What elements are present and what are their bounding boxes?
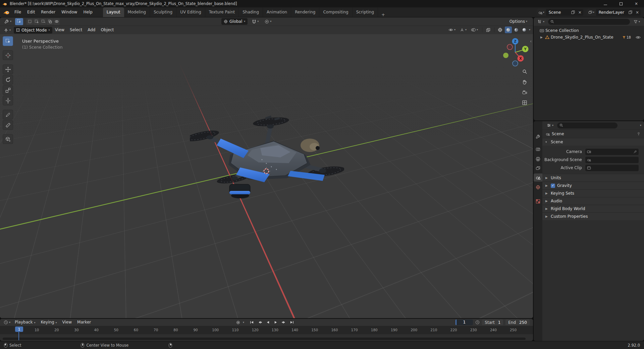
tab-modeling[interactable]: Modeling — [124, 7, 150, 17]
blender-logo-icon[interactable] — [3, 10, 10, 15]
tab-animation[interactable]: Animation — [263, 7, 291, 17]
pan-button[interactable] — [521, 78, 528, 86]
gravity-checkbox[interactable]: ✓ — [551, 184, 555, 188]
browse-render-layer-button[interactable]: ▾ — [587, 9, 596, 16]
tab-sculpting[interactable]: Sculpting — [150, 7, 176, 17]
tool-transform[interactable] — [3, 96, 13, 105]
next-keyframe-button[interactable] — [280, 319, 287, 325]
shading-material-button[interactable] — [513, 27, 520, 33]
tab-rendering[interactable]: Rendering — [291, 7, 319, 17]
xray-toggle[interactable] — [485, 27, 492, 33]
auto-keying-toggle[interactable] — [235, 319, 241, 325]
timeline-track[interactable] — [0, 334, 533, 341]
eyedropper-icon[interactable] — [633, 150, 637, 154]
select-mode-invert[interactable] — [47, 18, 53, 25]
jump-to-start-button[interactable] — [248, 319, 255, 325]
cursor-3d[interactable] — [262, 167, 270, 175]
gizmo-y-label[interactable]: Y — [524, 47, 527, 51]
transform-orientation-dropdown[interactable]: Global ▾ — [221, 18, 248, 25]
panel-keying-sets[interactable]: ▶ Keying Sets — [542, 189, 644, 197]
ortho-toggle-button[interactable] — [521, 99, 528, 106]
select-mode-new[interactable] — [26, 18, 33, 25]
panel-units[interactable]: ▶ Units — [542, 174, 644, 182]
render-layer-name[interactable]: RenderLayer — [596, 10, 627, 15]
expand-arrow-icon[interactable]: ▶ — [540, 36, 544, 39]
select-mode-subtract[interactable] — [40, 18, 46, 25]
sidebar-collapse-arrow[interactable]: ‹ — [530, 39, 532, 44]
remove-render-layer-button[interactable]: × — [634, 9, 641, 16]
tab-output-properties[interactable] — [534, 155, 542, 163]
maximize-button[interactable] — [613, 0, 629, 7]
tool-scale[interactable] — [3, 85, 13, 95]
end-frame-field[interactable]: End 250 — [505, 319, 530, 325]
gizmo-minus-y[interactable] — [503, 53, 508, 58]
shading-rendered-button[interactable] — [521, 27, 528, 33]
menu-render[interactable]: Render — [38, 7, 58, 17]
gizmos-dropdown[interactable]: ▾ — [458, 27, 468, 33]
minimize-button[interactable] — [598, 0, 613, 7]
menu-timeline-view[interactable]: View — [60, 319, 74, 326]
tool-rotate[interactable] — [3, 75, 13, 85]
play-reverse-button[interactable] — [264, 319, 271, 325]
add-workspace-button[interactable]: + — [378, 12, 388, 17]
jump-to-end-button[interactable] — [288, 319, 295, 325]
active-tool-select-box[interactable] — [15, 18, 23, 25]
start-frame-field[interactable]: Start 1 — [482, 319, 503, 325]
proportional-editing-toggle[interactable]: ▾ — [263, 18, 273, 25]
tab-world-properties[interactable] — [534, 183, 542, 191]
camera-view-button[interactable] — [521, 89, 528, 96]
hide-eye-icon[interactable] — [636, 36, 641, 39]
tab-texture-paint[interactable]: Texture Paint — [205, 7, 239, 17]
outliner-row-drone-object[interactable]: ▶ Drone_Skydio_2_Plus_On_State 18 — [534, 34, 644, 41]
tool-move[interactable] — [3, 64, 13, 74]
shading-dropdown[interactable]: ▾ — [529, 29, 530, 31]
outliner-search-input[interactable] — [548, 19, 630, 25]
navigation-gizmo[interactable]: Z Y X — [500, 36, 529, 67]
shading-solid-button[interactable] — [505, 27, 512, 33]
timeline-horizontal-scrollbar[interactable] — [3, 338, 526, 340]
browse-scene-button[interactable]: ▾ — [537, 9, 546, 16]
outliner-row-scene-collection[interactable]: Scene Collection — [534, 27, 644, 34]
tab-scene-properties[interactable] — [534, 173, 542, 182]
panel-audio[interactable]: ▶ Audio — [542, 197, 644, 205]
properties-options-dropdown[interactable]: ▾ — [640, 124, 641, 127]
options-dropdown[interactable]: Options ▾ — [508, 18, 529, 25]
tab-uv-editing[interactable]: UV Editing — [176, 7, 205, 17]
tool-cursor[interactable] — [3, 50, 13, 60]
panel-rigid-body-world[interactable]: ▶ Rigid Body World — [542, 205, 644, 212]
gizmo-minus-z[interactable] — [513, 61, 518, 66]
tab-scripting[interactable]: Scripting — [353, 7, 378, 17]
viewport-canvas[interactable]: User Perspective (1) Scene Collection — [0, 34, 533, 318]
tool-add-cube[interactable] — [3, 134, 13, 144]
preview-range-clock-icon[interactable] — [475, 320, 480, 325]
camera-field[interactable] — [585, 149, 639, 155]
unlink-scene-button[interactable]: × — [577, 9, 583, 16]
menu-add[interactable]: Add — [85, 26, 98, 34]
new-scene-button[interactable] — [570, 9, 577, 16]
current-frame-field[interactable]: 1 — [455, 319, 473, 325]
background-scene-field[interactable] — [585, 157, 639, 163]
select-mode-extend[interactable] — [33, 18, 40, 25]
panel-custom-properties[interactable]: ▶ Custom Properties — [542, 212, 644, 220]
tab-tool-properties[interactable] — [534, 133, 542, 141]
shading-wireframe-button[interactable] — [497, 27, 504, 33]
menu-window[interactable]: Window — [58, 7, 80, 17]
gizmo-x-label[interactable]: X — [519, 57, 522, 60]
playhead-marker[interactable]: 1 — [15, 327, 23, 332]
menu-edit[interactable]: Edit — [24, 7, 38, 17]
tab-shading[interactable]: Shading — [239, 7, 263, 17]
outliner-editor-type-dropdown[interactable]: ▾ — [536, 18, 546, 25]
scene-collection-label[interactable]: Scene Collection — [545, 28, 579, 33]
outliner-filter-dropdown[interactable]: ▾ — [632, 18, 642, 25]
menu-keying[interactable]: Keying ▾ — [38, 319, 59, 326]
panel-scene-header[interactable]: ▾ Scene — [542, 138, 644, 146]
tool-measure[interactable] — [3, 120, 13, 130]
menu-playback[interactable]: Playback ▾ — [12, 319, 38, 326]
tab-layout[interactable]: Layout — [103, 7, 124, 17]
tool-settings-editor-menu[interactable]: ▾ — [3, 18, 13, 25]
select-mode-intersect[interactable] — [53, 18, 60, 25]
editor-type-dropdown[interactable]: ▾ — [2, 27, 12, 34]
overlays-dropdown[interactable]: ▾ — [469, 27, 480, 33]
menu-help[interactable]: Help — [80, 7, 95, 17]
menu-select[interactable]: Select — [67, 26, 85, 34]
